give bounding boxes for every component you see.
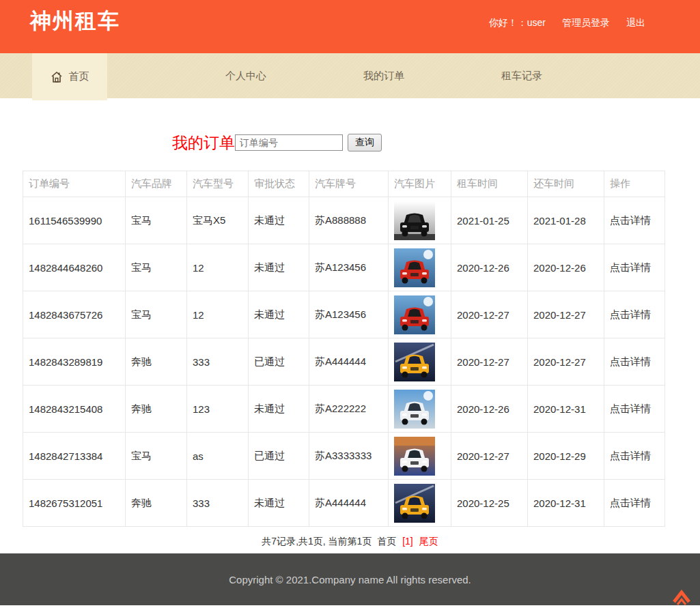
black-bmw-front-photo (394, 201, 435, 240)
cell-rent-date: 2020-12-25 (451, 480, 528, 527)
orders-table-body: 1611546539990宝马宝马X5未通过苏A8888882021-01-25… (23, 197, 665, 527)
nav-item-personal-center[interactable]: 个人中心 (177, 53, 315, 98)
cell-photo (389, 386, 451, 433)
search-button[interactable]: 查询 (348, 134, 382, 151)
nav-item-label: 个人中心 (225, 70, 266, 83)
cell-order-no: 1482842713384 (23, 433, 126, 480)
cell-brand: 奔驰 (126, 480, 187, 527)
cell-return-date: 2020-12-29 (528, 433, 604, 480)
white-audi-showroom-photo (394, 437, 435, 476)
cell-rent-date: 2020-12-27 (451, 338, 528, 386)
cell-order-no: 1482843675726 (23, 291, 126, 338)
order-number-input[interactable] (235, 134, 343, 151)
cell-brand: 奔驰 (126, 386, 187, 433)
orders-table: 订单编号 汽车品牌 汽车型号 审批状态 汽车牌号 汽车图片 租车时间 还车时间 … (23, 171, 665, 527)
order-detail-link[interactable]: 点击详情 (610, 450, 651, 461)
page: 神州租车 你好！：user 管理员登录 退出 首页 个人 (0, 0, 700, 608)
white-car-front-photo (394, 390, 435, 429)
table-row: 1611546539990宝马宝马X5未通过苏A8888882021-01-25… (23, 197, 665, 244)
order-detail-link[interactable]: 点击详情 (610, 356, 651, 367)
nav-item-label: 首页 (69, 70, 89, 83)
nav-item-my-orders[interactable]: 我的订单 (315, 53, 453, 98)
cell-order-no: 1482843215408 (23, 386, 126, 433)
order-detail-link[interactable]: 点击详情 (610, 308, 651, 320)
cell-status: 未通过 (249, 244, 309, 291)
cell-return-date: 2020-12-27 (528, 338, 604, 386)
page-title: 我的订单 (172, 134, 235, 151)
main-nav: 首页 个人中心 我的订单 租车记录 (0, 53, 700, 98)
chevron-up-icon (672, 587, 691, 607)
nav-list: 首页 个人中心 我的订单 租车记录 (0, 53, 700, 100)
cell-photo (389, 480, 451, 527)
cell-operation: 点击详情 (604, 480, 665, 527)
cell-photo (389, 433, 451, 480)
nav-item-label: 租车记录 (501, 70, 542, 83)
back-to-top-button[interactable] (672, 587, 691, 607)
pagination-last-link[interactable]: 尾页 (419, 536, 438, 547)
cell-model: 333 (187, 480, 249, 527)
table-row: 1482844648260宝马12未通过苏A1234562020-12-2620… (23, 244, 665, 291)
cell-status: 未通过 (249, 291, 309, 338)
table-row: 1482843215408奔驰123未通过苏A2222222020-12-262… (23, 386, 665, 433)
nav-item-label: 我的订单 (363, 70, 404, 83)
cell-status: 未通过 (249, 386, 309, 433)
header-links: 你好！：user 管理员登录 退出 (489, 17, 645, 29)
cell-model: 123 (187, 386, 249, 433)
cell-return-date: 2020-12-31 (528, 386, 604, 433)
pagination-current-page[interactable]: [1] (402, 536, 413, 547)
cell-model: 12 (187, 291, 249, 338)
site-footer: Copyright © 2021.Company name All rights… (0, 553, 700, 605)
cell-operation: 点击详情 (604, 338, 665, 386)
admin-login-link[interactable]: 管理员登录 (562, 17, 610, 29)
order-detail-link[interactable]: 点击详情 (610, 261, 651, 273)
cell-plate: 苏A3333333 (309, 433, 389, 480)
main-content: 我的订单 查询 订单编号 汽车品牌 汽车型号 审批状态 汽车牌号 汽车图片 租车… (23, 133, 664, 548)
cell-brand: 宝马 (126, 197, 187, 244)
cell-return-date: 2021-01-28 (528, 197, 604, 244)
cell-rent-date: 2020-12-27 (451, 433, 528, 480)
cell-status: 未通过 (249, 197, 309, 244)
cell-brand: 宝马 (126, 244, 187, 291)
site-logo: 神州租车 (30, 7, 120, 35)
pagination-first-link[interactable]: 首页 (377, 536, 396, 547)
order-detail-link[interactable]: 点击详情 (610, 403, 651, 414)
cell-status: 已通过 (249, 433, 309, 480)
order-detail-link[interactable]: 点击详情 (610, 497, 651, 508)
table-row: 1482843675726宝马12未通过苏A1234562020-12-2720… (23, 291, 665, 338)
column-header-status: 审批状态 (249, 171, 309, 197)
yellow-audi-night-photo (394, 484, 435, 523)
cell-model: as (187, 433, 249, 480)
nav-item-rental-records[interactable]: 租车记录 (453, 53, 591, 98)
red-bmw-sky-photo (394, 248, 435, 287)
column-header-order-no: 订单编号 (23, 171, 126, 197)
cell-order-no: 1482675312051 (23, 480, 126, 527)
cell-rent-date: 2020-12-26 (451, 386, 528, 433)
column-header-brand: 汽车品牌 (126, 171, 187, 197)
bottom-strip (0, 605, 700, 608)
cell-return-date: 2020-12-31 (528, 480, 604, 527)
column-header-return-date: 还车时间 (528, 171, 604, 197)
order-detail-link[interactable]: 点击详情 (610, 214, 651, 226)
cell-operation: 点击详情 (604, 291, 665, 338)
cell-status: 已通过 (249, 338, 309, 386)
column-header-model: 汽车型号 (187, 171, 249, 197)
cell-operation: 点击详情 (604, 244, 665, 291)
cell-photo (389, 197, 451, 244)
table-header-row: 订单编号 汽车品牌 汽车型号 审批状态 汽车牌号 汽车图片 租车时间 还车时间 … (23, 171, 665, 197)
nav-item-home[interactable]: 首页 (32, 53, 107, 100)
user-greeting: 你好！：user (489, 17, 546, 29)
cell-order-no: 1482844648260 (23, 244, 126, 291)
cell-status: 未通过 (249, 480, 309, 527)
copyright-text: Copyright © 2021.Company name All rights… (229, 574, 471, 585)
cell-model: 12 (187, 244, 249, 291)
logout-link[interactable]: 退出 (626, 17, 645, 29)
column-header-plate: 汽车牌号 (309, 171, 389, 197)
red-bmw-sky-photo (394, 295, 435, 334)
site-header: 神州租车 你好！：user 管理员登录 退出 (0, 0, 700, 53)
cell-photo (389, 338, 451, 386)
home-icon (51, 71, 63, 83)
column-header-photo: 汽车图片 (389, 171, 451, 197)
cell-plate: 苏A123456 (309, 244, 389, 291)
cell-photo (389, 244, 451, 291)
pagination-summary: 共7记录,共1页, 当前第1页 (262, 536, 372, 547)
